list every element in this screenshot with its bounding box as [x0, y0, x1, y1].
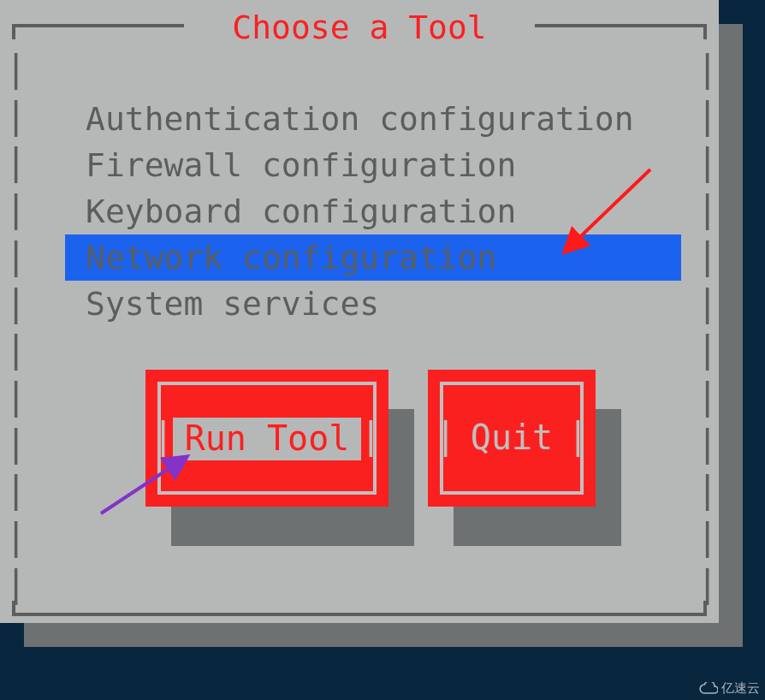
dialog-title-row: Choose a Tool: [0, 9, 719, 46]
run-tool-button[interactable]: Run Tool ||: [145, 370, 388, 507]
menu-item-keyboard[interactable]: Keyboard configuration: [65, 188, 681, 234]
run-tool-label: Run Tool: [173, 418, 361, 458]
dialog-border-left: |||||| ||||||: [5, 46, 22, 608]
quit-button[interactable]: Quit ||: [428, 370, 596, 507]
menu-item-network[interactable]: Network configuration: [65, 234, 681, 281]
dialog-border-bottom: [12, 613, 707, 616]
menu-item-firewall[interactable]: Firewall configuration: [65, 142, 681, 188]
button-row: Run Tool || Quit ||: [145, 370, 625, 549]
watermark: 亿速云: [699, 680, 760, 697]
menu-item-system-services[interactable]: System services: [65, 281, 681, 327]
dialog-title: Choose a Tool: [232, 13, 486, 42]
dialog-border-right: |||||| ||||||: [697, 46, 714, 608]
tool-menu[interactable]: Authentication configuration Firewall co…: [65, 96, 681, 327]
watermark-text: 亿速云: [721, 680, 760, 697]
dialog-panel: Choose a Tool |||||| |||||| |||||| |||||…: [0, 0, 719, 623]
cloud-icon: [699, 682, 718, 696]
menu-item-authentication[interactable]: Authentication configuration: [65, 96, 681, 142]
